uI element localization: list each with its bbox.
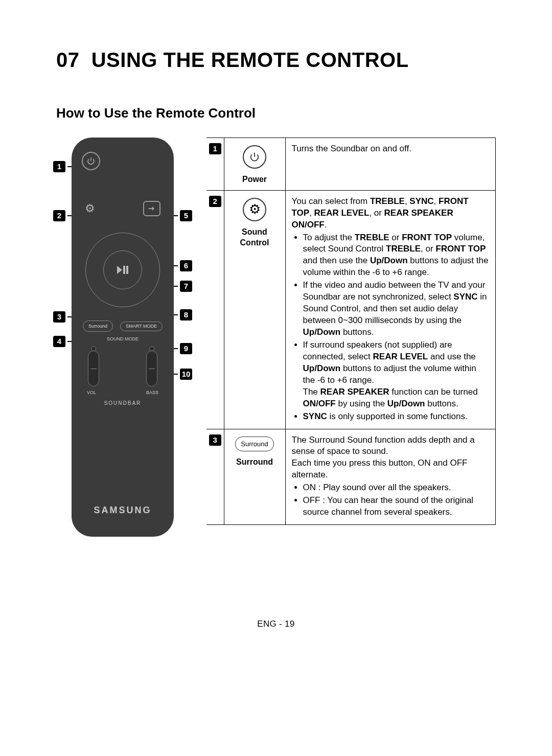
row-icon-label: Sound Control [228, 226, 281, 248]
power-icon [243, 145, 266, 169]
section-subtitle: How to Use the Remote Control [56, 104, 496, 122]
sound-mode-label: SOUND MODE [82, 337, 164, 341]
table-row: 3 Surround Surround The Surround Sound f… [206, 429, 496, 525]
row-description: You can select from TREBLE, SYNC, FRONT … [285, 190, 496, 429]
surround-pill-icon: Surround [235, 437, 273, 452]
list-item: SYNC is only supported in some functions… [303, 411, 490, 423]
power-icon [82, 152, 100, 170]
vol-label: VOL [87, 390, 96, 396]
row-number: 3 [206, 429, 224, 525]
smart-mode-button: SMART MODE [120, 322, 163, 331]
surround-button: Surround [83, 320, 113, 332]
svg-rect-1 [123, 266, 125, 274]
remote-diagram: 1 2 3 4 5 6 7 8 9 10 ⚙ [56, 138, 189, 537]
remote-body: ⚙ Surround SMART MODE SOUND MODE VOL [72, 138, 174, 537]
page-footer: ENG - 19 [56, 618, 496, 630]
list-item: If the video and audio between the TV an… [303, 280, 490, 338]
row-icon-cell: Surround Surround [224, 429, 285, 525]
list-item: To adjust the TREBLE or FRONT TOP volume… [303, 232, 490, 279]
play-pause-icon [103, 250, 142, 289]
svg-rect-2 [126, 266, 128, 274]
row-number: 1 [206, 138, 224, 191]
row-description: The Surround Sound function adds depth a… [285, 429, 496, 525]
row-number: 2 [206, 190, 224, 429]
volume-rocker [88, 351, 99, 386]
bass-rocker [146, 351, 157, 386]
chapter-title: USING THE REMOTE CONTROL [91, 49, 409, 71]
row-icon-label: Power [228, 174, 281, 185]
gear-icon: ⚙ [85, 201, 95, 216]
soundbar-label: SOUNDBAR [82, 400, 164, 407]
source-icon [143, 201, 160, 216]
list-item: If surround speakers (not supplied) are … [303, 339, 490, 410]
table-row: 1 Power Turns the Soundbar on and off. [206, 138, 496, 191]
list-item: OFF : You can hear the sound of the orig… [303, 495, 490, 518]
row-description: Turns the Soundbar on and off. [285, 138, 496, 191]
samsung-logo: SAMSUNG [82, 504, 164, 516]
gear-icon: ⚙ [243, 198, 266, 221]
table-row: 2 ⚙ Sound Control You can select from TR… [206, 190, 496, 429]
bass-label: BASS [146, 390, 158, 396]
button-description-table: 1 Power Turns the Soundbar on and off. 2… [206, 138, 496, 525]
row-icon-label: Surround [228, 456, 281, 468]
list-item: ON : Play sound over all the speakers. [303, 482, 490, 494]
row-icon-cell: ⚙ Sound Control [224, 190, 285, 429]
navigation-wheel [85, 233, 160, 307]
row-icon-cell: Power [224, 138, 285, 191]
chapter-number: 07 [56, 49, 80, 71]
svg-marker-0 [117, 266, 122, 274]
page-title: 07 USING THE REMOTE CONTROL [56, 46, 496, 74]
